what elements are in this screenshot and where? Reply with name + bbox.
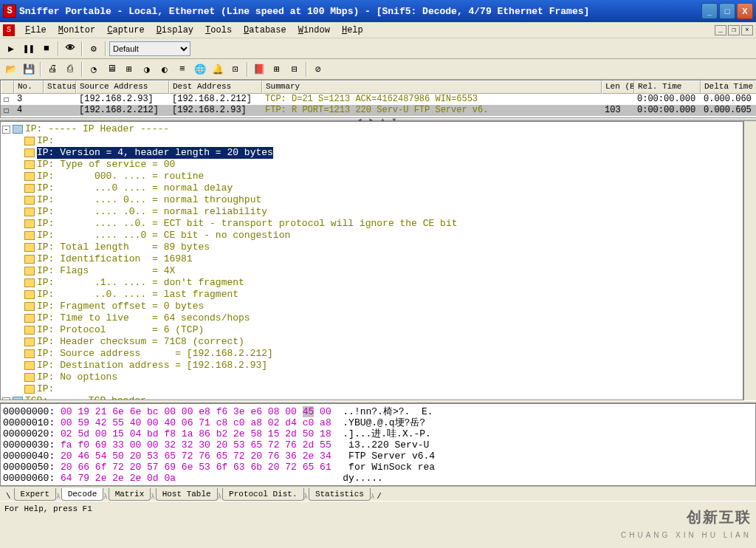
art-icon[interactable]: ◑	[139, 61, 155, 78]
close-button[interactable]: X	[737, 3, 753, 19]
col-header[interactable]: Dest Address	[169, 81, 262, 94]
tree-icon	[24, 208, 35, 216]
minimize-button[interactable]: _	[701, 3, 718, 19]
decode-line[interactable]: IP: Fragment offset = 0 bytes	[2, 301, 741, 312]
tab-expert[interactable]: Expert	[14, 488, 57, 501]
menu-capture[interactable]: Capture	[101, 24, 150, 37]
binoculars-icon[interactable]: 👁	[62, 41, 78, 57]
menu-tools[interactable]: Tools	[199, 24, 238, 37]
tab-decode[interactable]: Decode	[61, 488, 104, 501]
tab-host-table[interactable]: Host Table	[156, 488, 218, 501]
pause-button[interactable]: ❚❚	[21, 41, 37, 57]
status-text: For Help, press F1	[4, 504, 92, 513]
decode-line[interactable]: -TCP: ----- TCP header -----	[2, 395, 741, 400]
col-header[interactable]: Delta Time	[701, 81, 756, 94]
addrbook-icon[interactable]: 📕	[251, 61, 267, 78]
hex-line[interactable]: 00000050: 20 66 6f 72 20 57 69 6e 53 6f …	[3, 462, 753, 473]
decode-line[interactable]: IP:	[2, 383, 741, 395]
mdi-restore-button[interactable]: ❐	[728, 25, 740, 35]
tab-protocol-dist-[interactable]: Protocol Dist.	[222, 488, 303, 501]
packet-list[interactable]: No.StatusSource AddressDest AddressSumma…	[0, 80, 756, 118]
switch-icon[interactable]: ⊡	[227, 61, 244, 78]
decode-line[interactable]: IP: No options	[2, 371, 741, 383]
decode-line[interactable]: -IP: ----- IP Header -----	[2, 123, 741, 135]
filter-icon[interactable]: ⚙	[86, 41, 102, 57]
dashboard-icon[interactable]: ◔	[86, 61, 102, 78]
decode-line[interactable]: IP: Type of service = 00	[2, 159, 741, 171]
decode-line[interactable]: IP: ..0. .... = last fragment	[2, 289, 741, 301]
decode-line[interactable]: IP:	[2, 135, 741, 147]
hex-pane[interactable]: 00000000: 00 19 21 6e 6e bc 00 00 e8 f6 …	[0, 403, 756, 486]
stop-button[interactable]: ■	[38, 41, 55, 57]
menu-display[interactable]: Display	[151, 24, 199, 37]
profile-select[interactable]: Default	[109, 41, 190, 56]
tree-toggle[interactable]: -	[2, 126, 10, 134]
tab-statistics[interactable]: Statistics	[309, 488, 371, 501]
matrix-icon[interactable]: ⊞	[121, 61, 137, 78]
decode-line[interactable]: IP: .... 0... = normal throughput	[2, 194, 741, 206]
tree-icon	[24, 314, 35, 323]
mdi-minimize-button[interactable]: _	[715, 25, 726, 35]
decode-line[interactable]: IP: Protocol = 6 (TCP)	[2, 324, 741, 336]
tab-matrix[interactable]: Matrix	[109, 488, 151, 501]
decode-line[interactable]: IP: .1.. .... = don't fragment	[2, 277, 741, 289]
tools2-icon[interactable]: ⊞	[269, 61, 285, 78]
col-header[interactable]: Rel. Time	[634, 81, 701, 94]
printers-icon[interactable]: ⎙	[62, 61, 78, 78]
stop-icon[interactable]: ⊘	[310, 61, 326, 78]
col-header[interactable]: No.	[14, 81, 44, 94]
col-header[interactable]: Status	[44, 81, 76, 94]
menu-monitor[interactable]: Monitor	[52, 24, 101, 37]
decode-line[interactable]: IP: .... ...0 = CE bit - no congestion	[2, 230, 741, 242]
save-icon[interactable]: 💾	[21, 61, 37, 78]
decode-line[interactable]: IP: Destination address = [192.168.2.93]	[2, 360, 741, 371]
hex-line[interactable]: 00000040: 20 46 54 50 20 53 65 72 76 65 …	[3, 451, 753, 462]
decode-line[interactable]: IP: ...0 .... = normal delay	[2, 182, 741, 194]
protocol-icon[interactable]: ◐	[157, 61, 173, 78]
global-icon[interactable]: 🌐	[192, 61, 208, 78]
tree-icon	[24, 172, 35, 181]
packet-list-header[interactable]: No.StatusSource AddressDest AddressSumma…	[1, 81, 756, 94]
hex-line[interactable]: 00000030: fa f0 69 33 00 00 32 32 30 20 …	[3, 439, 753, 451]
hex-line[interactable]: 00000020: 02 5d 00 15 04 bd f8 1a 86 b2 …	[3, 428, 753, 439]
decode-line[interactable]: IP: Identification = 16981	[2, 253, 741, 265]
hex-line[interactable]: 00000060: 64 79 2e 2e 2e 0d 0a dy.....	[3, 473, 753, 484]
hex-line[interactable]: 00000010: 00 59 42 55 40 00 40 06 71 c8 …	[3, 417, 753, 428]
decode-line[interactable]: IP: Total length = 89 bytes	[2, 242, 741, 253]
play-button[interactable]: ▶	[3, 41, 19, 57]
menu-database[interactable]: Database	[238, 24, 292, 37]
open-icon[interactable]: 📂	[3, 61, 19, 78]
tools3-icon[interactable]: ⊟	[286, 61, 303, 78]
decode-line[interactable]: IP: Version = 4, header length = 20 byte…	[2, 147, 741, 159]
maximize-button[interactable]: □	[719, 3, 735, 19]
menu-file[interactable]: File	[19, 24, 52, 37]
mdi-icon: S	[3, 24, 15, 36]
tree-icon	[24, 290, 35, 299]
tree-icon	[24, 326, 35, 335]
hex-line[interactable]: 00000000: 00 19 21 6e 6e bc 00 00 e8 f6 …	[3, 406, 753, 417]
col-header[interactable]: Len (B	[602, 81, 634, 94]
decode-line[interactable]: IP: .... ..0. = ECT bit - transport prot…	[2, 218, 741, 230]
menu-window[interactable]: Window	[292, 24, 336, 37]
mdi-close-button[interactable]: ×	[741, 25, 753, 35]
menu-help[interactable]: Help	[336, 24, 369, 37]
decode-line[interactable]: IP: Flags = 4X	[2, 265, 741, 277]
scrollbar-decode[interactable]	[743, 121, 756, 400]
packet-row[interactable]: ☐3[192.168.2.93][192.168.2.212]TCP: D=21…	[1, 94, 756, 105]
tree-toggle[interactable]: -	[2, 397, 10, 401]
decode-line[interactable]: IP: Source address = [192.168.2.212]	[2, 348, 741, 360]
decode-line[interactable]: IP: 000. .... = routine	[2, 171, 741, 182]
decode-line[interactable]: IP: Time to live = 64 seconds/hops	[2, 312, 741, 324]
hosts-icon[interactable]: 🖥	[103, 61, 120, 78]
print-icon[interactable]: 🖨	[44, 61, 61, 78]
history-icon[interactable]: ≡	[174, 61, 190, 78]
alarms-icon[interactable]: 🔔	[210, 61, 226, 78]
col-header[interactable]: Source Address	[76, 81, 169, 94]
decode-line[interactable]: IP: .... .0.. = normal reliability	[2, 206, 741, 218]
decode-line[interactable]: IP: Header checksum = 71C8 (correct)	[2, 336, 741, 348]
col-header[interactable]: Summary	[262, 81, 602, 94]
packet-row[interactable]: ☐4[192.168.2.212][192.168.2.93]FTP: R PO…	[1, 105, 756, 116]
col-header[interactable]	[1, 81, 14, 94]
tree-icon	[24, 361, 35, 370]
decode-tree[interactable]: -IP: ----- IP Header -----IP:IP: Version…	[0, 121, 743, 400]
